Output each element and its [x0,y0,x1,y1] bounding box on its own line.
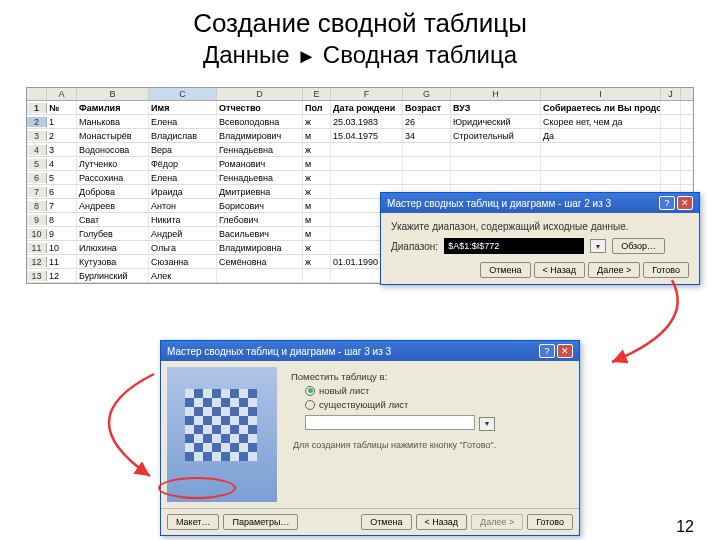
cell[interactable]: Владимировна [217,241,303,254]
header-row[interactable]: 1№ФамилияИмяОтчествоПолДата рождениВозра… [27,101,693,115]
table-row[interactable]: 54ЛутченкоФёдорРомановичм [27,157,693,171]
radio-new-sheet[interactable]: новый лист [305,385,571,396]
cell[interactable]: Андрей [149,227,217,240]
radio-existing-sheet[interactable]: существующий лист [305,399,571,410]
cell[interactable]: 5 [47,171,77,184]
cell[interactable]: м [303,227,331,240]
cell[interactable] [451,143,541,156]
cell[interactable] [541,171,661,184]
close-icon[interactable]: ✕ [557,344,573,358]
cell[interactable]: 4 [47,157,77,170]
cell[interactable]: 34 [403,129,451,142]
cell[interactable]: Владимирович [217,129,303,142]
cell[interactable]: Имя [149,101,217,114]
browse-button[interactable]: Обзор… [612,238,665,254]
cell[interactable]: 2 [47,129,77,142]
cell[interactable]: Антон [149,199,217,212]
cell[interactable]: 25.03.1983 [331,115,403,128]
cell[interactable]: ж [303,255,331,268]
cell[interactable]: Рассохина [77,171,149,184]
cell[interactable]: Всеволодовна [217,115,303,128]
cell[interactable]: Лутченко [77,157,149,170]
cell[interactable] [217,269,303,282]
cell[interactable]: Кутузова [77,255,149,268]
table-row[interactable]: 32МонастырёвВладиславВладимировичм15.04.… [27,129,693,143]
cell[interactable]: Семёновна [217,255,303,268]
cell[interactable]: Отчество [217,101,303,114]
cell[interactable] [451,171,541,184]
layout-button[interactable]: Макет… [167,514,219,530]
close-icon[interactable]: ✕ [677,196,693,210]
cell[interactable]: Сват [77,213,149,226]
row-number[interactable]: 4 [27,145,47,155]
cell[interactable]: 3 [47,143,77,156]
cell[interactable] [661,171,681,184]
table-row[interactable]: 43ВодоносоваВераГеннадьевнаж [27,143,693,157]
column-header[interactable]: D [217,88,303,100]
row-number[interactable]: 2 [27,117,47,127]
cell[interactable] [403,143,451,156]
cell[interactable]: Да [541,129,661,142]
cell[interactable]: Андреев [77,199,149,212]
row-number[interactable]: 9 [27,215,47,225]
cell[interactable]: Доброва [77,185,149,198]
cell[interactable]: Геннадьевна [217,143,303,156]
row-number[interactable]: 1 [27,103,47,113]
cell[interactable] [661,101,681,114]
row-number[interactable]: 10 [27,229,47,239]
cell[interactable]: 15.04.1975 [331,129,403,142]
column-header[interactable]: J [661,88,681,100]
d2-next-button[interactable]: Далее > [588,262,640,278]
cell[interactable]: Бурлинский [77,269,149,282]
cell[interactable] [303,269,331,282]
cell[interactable]: Строительный [451,129,541,142]
cell[interactable]: Водоносова [77,143,149,156]
row-number[interactable]: 13 [27,271,47,281]
cell[interactable]: Дата рождени [331,101,403,114]
cell[interactable]: Вера [149,143,217,156]
cell[interactable]: м [303,157,331,170]
collapse-dialog-icon[interactable]: ▾ [479,417,495,431]
help-icon[interactable]: ? [659,196,675,210]
cell[interactable]: Никита [149,213,217,226]
cell[interactable]: Голубев [77,227,149,240]
cell[interactable] [403,157,451,170]
cell[interactable] [541,143,661,156]
d3-finish-button[interactable]: Готово [527,514,573,530]
cell[interactable]: ж [303,115,331,128]
cell[interactable]: Романович [217,157,303,170]
cell[interactable]: м [303,129,331,142]
cell[interactable]: Елена [149,171,217,184]
cell[interactable]: Возраст [403,101,451,114]
cell[interactable]: Манькова [77,115,149,128]
cell[interactable]: Владислав [149,129,217,142]
cell[interactable]: Ольга [149,241,217,254]
cell[interactable]: 12 [47,269,77,282]
cell[interactable]: м [303,213,331,226]
collapse-dialog-icon[interactable]: ▾ [590,239,606,253]
cell[interactable]: Алек [149,269,217,282]
column-header[interactable]: C [149,88,217,100]
cell[interactable]: м [303,199,331,212]
row-number[interactable]: 3 [27,131,47,141]
cell[interactable]: Собираетесь ли Вы продолжать образование… [541,101,661,114]
column-header[interactable]: H [451,88,541,100]
row-number[interactable]: 5 [27,159,47,169]
table-row[interactable]: 65РассохинаЕленаГеннадьевнаж [27,171,693,185]
column-header[interactable]: I [541,88,661,100]
range-input[interactable]: $A$1:$I$772 [444,238,584,254]
cell[interactable] [331,171,403,184]
column-header[interactable]: A [47,88,77,100]
cell[interactable]: Глебович [217,213,303,226]
cell[interactable]: ж [303,171,331,184]
row-number[interactable]: 8 [27,201,47,211]
column-header[interactable]: E [303,88,331,100]
cell[interactable]: 6 [47,185,77,198]
cell[interactable] [661,157,681,170]
cell[interactable] [541,157,661,170]
row-number[interactable]: 11 [27,243,47,253]
cell[interactable]: Пол [303,101,331,114]
cell[interactable]: 11 [47,255,77,268]
cell[interactable]: Монастырёв [77,129,149,142]
cell[interactable] [661,129,681,142]
